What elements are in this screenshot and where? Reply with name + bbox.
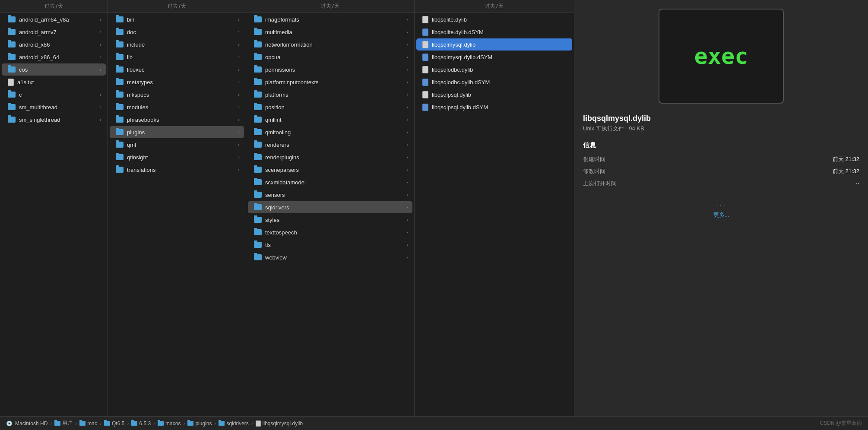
list-item[interactable]: sqldrivers›: [248, 201, 412, 213]
list-item[interactable]: libqsqlmysql.dylib.dSYM: [416, 51, 572, 63]
list-item[interactable]: include›: [110, 38, 244, 51]
breadcrumb-label: 用户: [62, 420, 73, 427]
file-icon: [422, 41, 428, 48]
chevron-right-icon: ›: [238, 42, 240, 47]
list-item[interactable]: android_arm64_v8a›: [2, 13, 106, 25]
item-label: bin: [127, 16, 236, 23]
list-item[interactable]: libqsqlodbc.dylib: [416, 63, 572, 76]
list-item[interactable]: doc›: [110, 26, 244, 38]
list-item[interactable]: android_armv7›: [2, 26, 106, 38]
list-item[interactable]: libqsqlodbc.dylib.dSYM: [416, 76, 572, 88]
chevron-right-icon: ›: [100, 29, 101, 35]
folder-icon: [116, 167, 124, 173]
col2-items: bin›doc›include›lib›libexec›metatypes›mk…: [108, 13, 246, 416]
list-item[interactable]: sm_singlethread›: [2, 114, 106, 126]
list-item[interactable]: android_x86_64›: [2, 51, 106, 63]
detail-panel: exec libqsqlmysql.dylib Unix 可执行文件 - 94 …: [574, 0, 868, 416]
list-item[interactable]: styles›: [248, 214, 412, 226]
list-item[interactable]: scxmldatamodel›: [248, 176, 412, 188]
list-item[interactable]: translations›: [110, 164, 244, 176]
folder-icon: [254, 192, 262, 198]
chevron-right-icon: ›: [238, 104, 240, 110]
item-label: platforminputcontexts: [265, 79, 405, 85]
list-item[interactable]: platforminputcontexts›: [248, 76, 412, 88]
list-item[interactable]: sceneparsers›: [248, 164, 412, 176]
item-label: c: [19, 92, 98, 98]
breadcrumb-separator: ›: [153, 421, 155, 427]
list-item[interactable]: sm_multithread›: [2, 101, 106, 113]
list-item[interactable]: opcua›: [248, 51, 412, 63]
list-item[interactable]: permissions›: [248, 63, 412, 76]
col4-header: 过去7天: [415, 0, 574, 13]
folder-icon: [116, 54, 124, 60]
list-item[interactable]: libqsqlmysql.dylib: [416, 38, 572, 51]
list-item[interactable]: qmllint›: [248, 114, 412, 126]
item-label: translations: [127, 167, 236, 173]
list-item[interactable]: tls›: [248, 239, 412, 251]
list-item[interactable]: libqsqlite.dylib.dSYM: [416, 26, 572, 38]
item-label: libqsqlpsql.dylib.dSYM: [432, 104, 568, 111]
list-item[interactable]: networkinformation›: [248, 38, 412, 51]
more-button[interactable]: ··· 更多...: [583, 200, 859, 219]
list-item[interactable]: webview›: [248, 251, 412, 263]
list-item[interactable]: libqsqlite.dylib: [416, 13, 572, 25]
col1-items: android_arm64_v8a›android_armv7›android_…: [0, 13, 108, 416]
list-item[interactable]: qtinsight›: [110, 151, 244, 163]
more-dots-icon: ···: [716, 200, 726, 209]
chevron-right-icon: ›: [406, 79, 408, 85]
chevron-right-icon: ›: [406, 54, 408, 60]
folder-icon: [116, 154, 124, 160]
list-item[interactable]: libqsqlpsql.dylib.dSYM: [416, 101, 572, 113]
list-item[interactable]: libqsqlpsql.dylib: [416, 89, 572, 101]
list-item[interactable]: phrasebooks›: [110, 114, 244, 126]
list-item[interactable]: multimedia›: [248, 26, 412, 38]
list-item[interactable]: a1s.txt: [2, 76, 106, 88]
breadcrumb-separator: ›: [100, 421, 101, 427]
list-item[interactable]: lib›: [110, 51, 244, 63]
item-label: cos: [19, 66, 98, 73]
item-label: tls: [265, 242, 405, 248]
list-item[interactable]: imageformats›: [248, 13, 412, 25]
breadcrumb-item: Qt6.5: [104, 421, 124, 427]
item-label: include: [127, 41, 236, 48]
file-icon: [8, 79, 14, 86]
list-item[interactable]: modules›: [110, 101, 244, 113]
list-item[interactable]: renderplugins›: [248, 151, 412, 163]
item-label: sensors: [265, 192, 405, 198]
folder-icon: [8, 104, 16, 110]
list-item[interactable]: sensors›: [248, 189, 412, 201]
folder-icon: [254, 204, 262, 210]
col3-header: 过去7天: [246, 0, 414, 13]
list-item[interactable]: renderers›: [248, 139, 412, 151]
col1-header: 过去7天: [0, 0, 108, 13]
breadcrumb: 💿Macintosh HD›用户›mac›Qt6.5›6.5.3›macos›p…: [6, 420, 303, 427]
detail-created-row: 创建时间 前天 21:32: [583, 155, 859, 163]
list-item[interactable]: mkspecs›: [110, 89, 244, 101]
folder-icon: [254, 154, 262, 160]
list-item[interactable]: platforms›: [248, 89, 412, 101]
chevron-right-icon: ›: [406, 167, 408, 172]
list-item[interactable]: texttospeech›: [248, 226, 412, 238]
chevron-right-icon: ›: [238, 17, 240, 22]
folder-icon: [254, 229, 262, 235]
item-label: modules: [127, 104, 236, 111]
breadcrumb-label: mac: [87, 421, 97, 427]
breadcrumb-separator: ›: [75, 421, 77, 427]
list-item[interactable]: cos›: [2, 63, 106, 76]
list-item[interactable]: bin›: [110, 13, 244, 25]
list-item[interactable]: android_x86›: [2, 38, 106, 51]
folder-icon: [254, 92, 262, 98]
chevron-right-icon: ›: [406, 67, 408, 72]
folder-icon: [116, 79, 124, 85]
folder-icon: [254, 242, 262, 248]
list-item[interactable]: qmltooling›: [248, 126, 412, 138]
list-item[interactable]: position›: [248, 101, 412, 113]
detail-info-title: 信息: [583, 141, 859, 149]
list-item[interactable]: qml›: [110, 139, 244, 151]
folder-icon: [116, 142, 124, 148]
breadcrumb-item: 用户: [54, 420, 73, 427]
list-item[interactable]: libexec›: [110, 63, 244, 76]
list-item[interactable]: plugins›: [110, 126, 244, 138]
list-item[interactable]: c›: [2, 89, 106, 101]
list-item[interactable]: metatypes›: [110, 76, 244, 88]
